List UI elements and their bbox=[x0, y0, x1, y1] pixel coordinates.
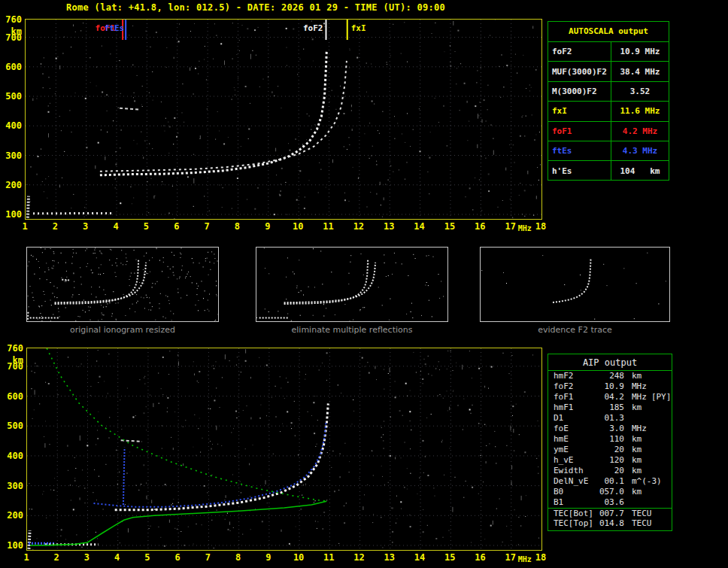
x-axis-tick-9: 9 bbox=[260, 553, 277, 562]
x-axis-tick-5: 5 bbox=[138, 222, 154, 231]
autoscala-app-window: Rome (lat: +41.8, lon: 012.5) - DATE: 20… bbox=[0, 0, 728, 568]
aip-param: DelN_vE bbox=[554, 476, 596, 487]
aip-param: foF1 bbox=[554, 392, 596, 402]
mini-series-f-trace-x bbox=[284, 263, 376, 302]
y-axis-tick-500: 500 bbox=[3, 421, 23, 430]
aip-row-hmF1: hmF1185km bbox=[548, 402, 672, 413]
x-axis-tick-16: 16 bbox=[472, 222, 488, 231]
aip-param: foF2 bbox=[554, 381, 596, 392]
mini-series-f-trace-o bbox=[553, 259, 591, 302]
aip-value: 110 bbox=[596, 434, 624, 445]
aip-value: 057.0 bbox=[596, 487, 624, 497]
aip-param: B0 bbox=[554, 487, 596, 497]
x-axis-tick-18: 18 bbox=[532, 553, 549, 562]
x-axis-tick-12: 12 bbox=[351, 553, 368, 562]
aip-param: hmF2 bbox=[554, 371, 596, 381]
aip-value: 20 bbox=[596, 445, 624, 455]
x-axis-tick-15: 15 bbox=[441, 553, 458, 562]
aip-param: h_vE bbox=[554, 455, 596, 466]
aip-unit: TECU bbox=[624, 509, 652, 518]
thumbnail-canvas-2 bbox=[256, 248, 447, 321]
autoscala-value: 4.3 MHz bbox=[611, 141, 669, 160]
aip-row-TEC[Bot]: TEC[Bot]007.7TECU bbox=[548, 508, 672, 518]
foF2-marker-label: foF2 bbox=[303, 23, 323, 33]
y-axis-tick-200: 200 bbox=[3, 511, 23, 520]
series-second-hop bbox=[120, 108, 139, 110]
aip-param: TEC[Bot] bbox=[554, 509, 596, 518]
autoscala-value: 38.4 MHz bbox=[611, 62, 669, 80]
top-ionogram-canvas: foF1ftEsfoF2fxI bbox=[26, 20, 541, 219]
y-axis-tick-200: 200 bbox=[2, 181, 22, 190]
x-axis-unit: MHz bbox=[518, 225, 532, 232]
aip-value: 04.2 bbox=[596, 392, 624, 402]
autoscala-row-h'Es: h'Es104 km bbox=[548, 160, 669, 180]
x-axis-tick-14: 14 bbox=[411, 553, 428, 562]
aip-unit: MHz bbox=[624, 424, 647, 434]
thumbnail-caption-3: evidence F2 trace bbox=[480, 325, 670, 335]
x-axis-tick-7: 7 bbox=[199, 222, 215, 231]
x-axis-tick-12: 12 bbox=[350, 222, 367, 231]
aip-unit bbox=[624, 497, 632, 508]
autoscala-row-foF2: foF210.9 MHz bbox=[548, 41, 669, 61]
x-axis-tick-1: 1 bbox=[18, 553, 35, 562]
aip-unit: km bbox=[624, 371, 642, 381]
aip-param: Ewidth bbox=[554, 466, 596, 476]
x-axis-tick-13: 13 bbox=[381, 553, 398, 562]
thumbnail-image-3 bbox=[480, 247, 670, 322]
y-axis-tick-600: 600 bbox=[3, 392, 23, 401]
autoscala-param: h'Es bbox=[548, 161, 611, 180]
x-axis-tick-11: 11 bbox=[320, 553, 337, 562]
aip-value: 01.3 bbox=[596, 413, 624, 424]
autoscala-param: fxI bbox=[548, 102, 611, 120]
autoscala-param: foF1 bbox=[548, 122, 611, 141]
aip-value: 120 bbox=[596, 455, 624, 466]
aip-value: 007.7 bbox=[596, 509, 624, 518]
aip-row-hmE: hmE110km bbox=[548, 434, 672, 445]
autoscala-table-rows: foF210.9 MHzMUF(3000)F238.4 MHzM(3000)F2… bbox=[548, 41, 669, 181]
aip-row-B1: B103.6 bbox=[548, 497, 672, 508]
aip-unit: km bbox=[624, 434, 642, 445]
autoscala-row-MUF(3000)F2: MUF(3000)F238.4 MHz bbox=[548, 61, 669, 80]
y-axis-tick-100: 100 bbox=[2, 210, 22, 219]
thumbnail-image-1 bbox=[26, 247, 219, 322]
thumbnail-3: evidence F2 trace bbox=[480, 247, 670, 335]
y-axis-tick-400: 400 bbox=[3, 451, 23, 460]
x-axis-tick-5: 5 bbox=[139, 553, 156, 562]
aip-value: 20 bbox=[596, 466, 624, 476]
aip-table-title: AIP output bbox=[548, 354, 672, 371]
autoscala-value: 11.6 MHz bbox=[611, 102, 669, 120]
y-axis-tick-760: 760 bbox=[2, 15, 22, 24]
aip-unit: MHz bbox=[624, 392, 647, 402]
ftEs-marker-label: ftEs bbox=[105, 23, 125, 33]
series-f-trace-x bbox=[100, 61, 347, 172]
aip-unit: km bbox=[624, 402, 642, 413]
aip-unit: km bbox=[624, 487, 642, 497]
series-f1-cusp bbox=[123, 448, 125, 505]
aip-param: foE bbox=[554, 424, 596, 434]
y-axis-unit: km bbox=[3, 356, 23, 365]
x-axis-tick-7: 7 bbox=[199, 553, 216, 562]
y-axis-tick-400: 400 bbox=[2, 121, 22, 130]
bottom-ionogram-frame bbox=[26, 348, 542, 551]
aip-row-TEC[Top]: TEC[Top]014.8TECU bbox=[548, 518, 672, 529]
x-axis-tick-3: 3 bbox=[77, 222, 94, 231]
aip-value: 3.0 bbox=[596, 424, 624, 434]
aip-unit: m^(-3) bbox=[624, 476, 662, 487]
aip-row-foF2: foF210.9MHz bbox=[548, 381, 672, 392]
aip-row-D1: D101.3 bbox=[548, 413, 672, 424]
x-axis-tick-9: 9 bbox=[259, 222, 276, 231]
y-axis-unit: km bbox=[2, 27, 22, 36]
autoscala-value: 4.2 MHz bbox=[611, 122, 669, 141]
x-axis-tick-8: 8 bbox=[230, 553, 247, 562]
x-axis-tick-6: 6 bbox=[169, 553, 186, 562]
aip-row-B0: B0057.0km bbox=[548, 487, 672, 497]
x-axis-tick-1: 1 bbox=[17, 222, 33, 231]
bottom-ionogram-plot: 760700600500400300200100km12345678910111… bbox=[2, 348, 548, 567]
x-axis-tick-13: 13 bbox=[381, 222, 397, 231]
thumbnail-1: original ionogram resized bbox=[26, 247, 219, 335]
aip-row-foE: foE3.0MHz bbox=[548, 424, 672, 434]
autoscala-param: ftEs bbox=[548, 141, 611, 160]
autoscala-row-fxI: fxI11.6 MHz bbox=[548, 101, 669, 120]
thumbnail-image-2 bbox=[256, 247, 448, 322]
top-ionogram-plot: foF1ftEsfoF2fxI760700600500400300200100k… bbox=[0, 19, 546, 245]
